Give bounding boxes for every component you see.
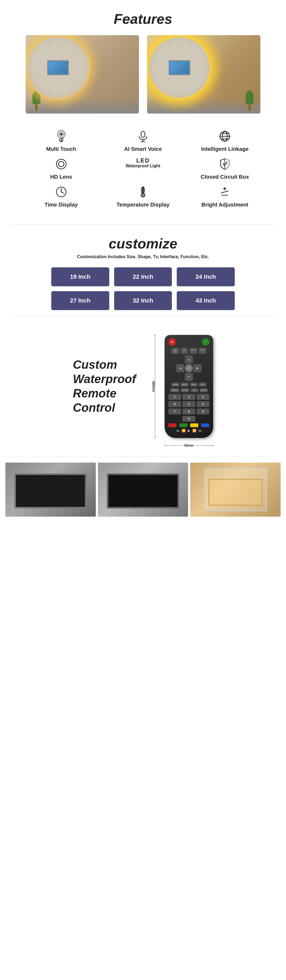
- remote-green-btn[interactable]: [179, 423, 188, 427]
- touch-icon: [55, 130, 68, 144]
- remote-btn-lock[interactable]: 🔒: [180, 348, 188, 354]
- feature-hd-lens: HD Lens: [22, 158, 101, 180]
- lens-icon: [55, 158, 68, 172]
- size-grid: 19 Inch 22 Inch 24 Inch 27 Inch 32 Inch …: [51, 267, 235, 310]
- feature-label-hd-lens: HD Lens: [50, 174, 72, 180]
- remote-width-label: 56mm: [183, 444, 195, 447]
- remote-next-btn[interactable]: ⏭: [199, 429, 202, 433]
- svg-line-19: [61, 192, 63, 193]
- feature-label-closed-circuit: Closed Circuit Box: [201, 174, 249, 180]
- mic-icon: [136, 130, 150, 144]
- svg-point-13: [229, 136, 231, 137]
- remote-num-7[interactable]: 7: [168, 409, 181, 414]
- remote-red-btn[interactable]: [168, 423, 177, 427]
- remote-num-8[interactable]: 8: [182, 409, 195, 414]
- remote-exit-btn[interactable]: EXIT: [199, 383, 206, 387]
- customize-section: customize Customization Includes Size, S…: [0, 225, 286, 315]
- svg-point-15: [56, 159, 66, 169]
- remote-num-5[interactable]: 5: [182, 401, 195, 407]
- remote-yellow-btn[interactable]: [190, 423, 198, 427]
- remote-num-9[interactable]: 9: [197, 409, 209, 414]
- mirror-image-1: [25, 35, 139, 113]
- remote-body: ⏻ ⏎ CHLIST 🔒 VOL+ VOL- ▲ ◀ OK ▶ ▼: [164, 335, 213, 438]
- remote-power-btn[interactable]: ⏻: [168, 338, 176, 346]
- feature-time-display: Time Display: [22, 185, 101, 208]
- shield-icon: [218, 158, 231, 172]
- feature-led-waterproof: LED Waterproof Light: [103, 158, 182, 180]
- remote-num-2[interactable]: 2: [182, 394, 195, 400]
- customize-title: customize: [11, 235, 275, 252]
- remote-blue-btn[interactable]: [201, 423, 209, 427]
- size-btn-22[interactable]: 22 Inch: [114, 267, 172, 286]
- remote-play-btn[interactable]: ▶: [188, 429, 190, 433]
- bottom-image-3: [190, 463, 281, 517]
- remote-color-buttons: [168, 423, 209, 427]
- feature-multi-touch: Multi Touch: [22, 130, 101, 152]
- svg-line-29: [221, 191, 229, 193]
- features-section: Features: [0, 0, 286, 224]
- feature-label-intelligent: Intelligent Linkage: [201, 146, 249, 152]
- svg-rect-3: [141, 131, 145, 137]
- feature-label-time: Time Display: [44, 202, 78, 208]
- bottom-images-section: [0, 457, 286, 527]
- svg-point-11: [224, 131, 226, 132]
- feature-ai-voice: AI Smart Voice: [103, 130, 182, 152]
- bottom-image-1: [5, 463, 96, 517]
- feature-label-multi-touch: Multi Touch: [46, 146, 76, 152]
- remote-num-3[interactable]: 3: [197, 394, 209, 400]
- size-btn-27[interactable]: 27 Inch: [51, 291, 109, 310]
- remote-dpad: ▲ ◀ OK ▶ ▼: [168, 355, 209, 381]
- remote-playback-row: ⏮ ⏪ ▶ ⏩ ⏭: [168, 429, 209, 433]
- remote-num-6[interactable]: 6: [197, 401, 209, 407]
- remote-up-btn[interactable]: ▲: [185, 355, 193, 364]
- remote-rewind-btn[interactable]: ⏪: [182, 429, 186, 433]
- remote-back-btn[interactable]: BACK: [181, 383, 189, 387]
- remote-down-btn[interactable]: ▼: [185, 373, 193, 381]
- thermometer-icon: [136, 185, 150, 199]
- bottom-image-2: [98, 463, 188, 517]
- size-btn-32[interactable]: 32 Inch: [114, 291, 172, 310]
- remote-menu-btn[interactable]: MENU: [171, 383, 180, 387]
- customize-subtitle: Customization Includes Size, Shape, Tv, …: [11, 255, 275, 259]
- remote-num-4[interactable]: 4: [168, 401, 181, 407]
- remote-height-label: 180mm: [152, 381, 155, 392]
- feature-closed-circuit: Closed Circuit Box: [185, 158, 264, 180]
- remote-num-1[interactable]: 1: [168, 394, 181, 400]
- remote-label: Custom Waterproof Remote Control: [73, 358, 149, 415]
- led-icon: LED Waterproof Light: [126, 158, 160, 169]
- remote-cc-btn[interactable]: CC: [191, 388, 198, 392]
- remote-btn-vol[interactable]: VOL+: [190, 348, 197, 354]
- remote-info-btn[interactable]: INFO: [190, 383, 198, 387]
- feature-temperature: Temperature Display: [103, 185, 182, 208]
- remote-numpad: 1 2 3 4 5 6 7 8 9 0: [168, 394, 209, 422]
- size-btn-43[interactable]: 43 Inch: [177, 291, 235, 310]
- remote-source-btn[interactable]: ⏎: [202, 338, 209, 346]
- remote-btn-vol2[interactable]: VOL-: [199, 348, 206, 354]
- remote-smart-btn[interactable]: SMART: [170, 388, 179, 392]
- remote-num-0[interactable]: 0: [182, 416, 195, 422]
- feature-label-ai-voice: AI Smart Voice: [124, 146, 162, 152]
- remote-ok-btn[interactable]: OK: [185, 364, 193, 372]
- mirror-images: [5, 35, 281, 113]
- feature-intelligent-linkage: Intelligent Linkage: [185, 130, 264, 152]
- remote-guide-btn[interactable]: GUIDE: [181, 388, 190, 392]
- remote-diagram: 180mm ⏻ ⏎ CHLIST 🔒 VOL+ VOL-: [164, 335, 213, 438]
- svg-point-12: [220, 136, 221, 137]
- size-btn-19[interactable]: 19 Inch: [51, 267, 109, 286]
- remote-ff-btn[interactable]: ⏩: [192, 429, 196, 433]
- feature-bright-adjustment: Bright Adjustment: [185, 185, 264, 208]
- size-btn-24[interactable]: 24 Inch: [177, 267, 235, 286]
- globe-icon: [218, 130, 231, 144]
- remote-mute-btn[interactable]: MUTE: [200, 388, 208, 392]
- remote-right-btn[interactable]: ▶: [193, 364, 202, 372]
- brightness-icon: [218, 185, 231, 199]
- features-title: Features: [5, 11, 281, 27]
- mirror-image-2: [147, 35, 261, 113]
- remote-left-btn[interactable]: ◀: [176, 364, 184, 372]
- remote-section: Custom Waterproof Remote Control 180mm ⏻…: [0, 316, 286, 457]
- svg-point-2: [60, 133, 62, 135]
- svg-point-21: [141, 193, 145, 197]
- remote-prev-btn[interactable]: ⏮: [176, 429, 179, 433]
- remote-btn-ch[interactable]: CHLIST: [171, 348, 179, 354]
- svg-point-14: [224, 141, 226, 142]
